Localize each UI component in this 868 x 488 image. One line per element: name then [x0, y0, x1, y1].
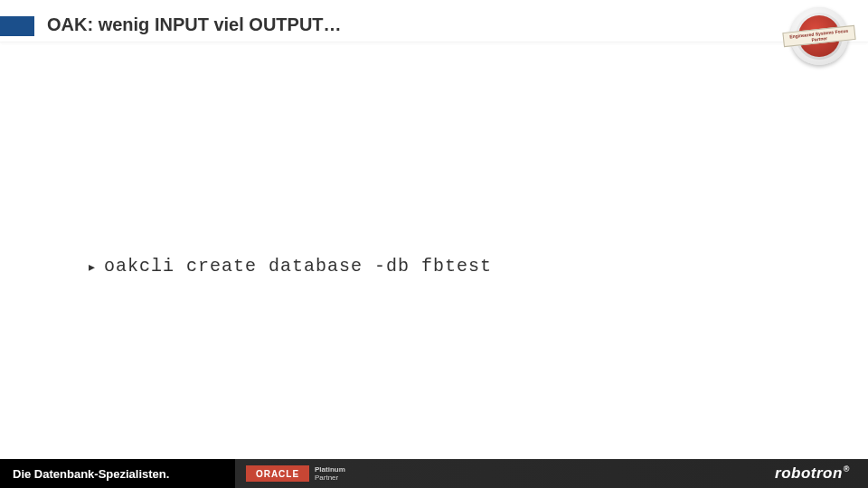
partner-badge: Engineered Systems Focus Partner	[787, 4, 852, 69]
header: OAK: wenig INPUT viel OUTPUT… Engineered…	[0, 0, 868, 45]
footer-bar: Die Datenbank-Spezialisten. ORACLE Plati…	[0, 459, 868, 488]
oracle-partner-label: Platinum Partner	[315, 465, 345, 482]
slide-content: ▸ oakcli create database -db fbtest	[89, 256, 492, 277]
command-text: oakcli create database -db fbtest	[104, 256, 492, 277]
triangle-bullet-icon: ▸	[89, 259, 95, 274]
header-divider	[0, 42, 868, 42]
list-item: ▸ oakcli create database -db fbtest	[89, 256, 492, 277]
partner-line2: Partner	[315, 474, 345, 482]
brand-name: robotron	[775, 465, 843, 482]
oracle-logo: ORACLE	[246, 465, 309, 482]
footer-tagline: Die Datenbank-Spezialisten.	[13, 467, 230, 481]
page-title: OAK: wenig INPUT viel OUTPUT…	[47, 14, 342, 35]
robotron-logo: robotron®	[775, 465, 850, 483]
partner-line1: Platinum	[315, 465, 345, 474]
header-accent-bar	[0, 16, 34, 36]
brand-registered-mark: ®	[844, 465, 850, 474]
